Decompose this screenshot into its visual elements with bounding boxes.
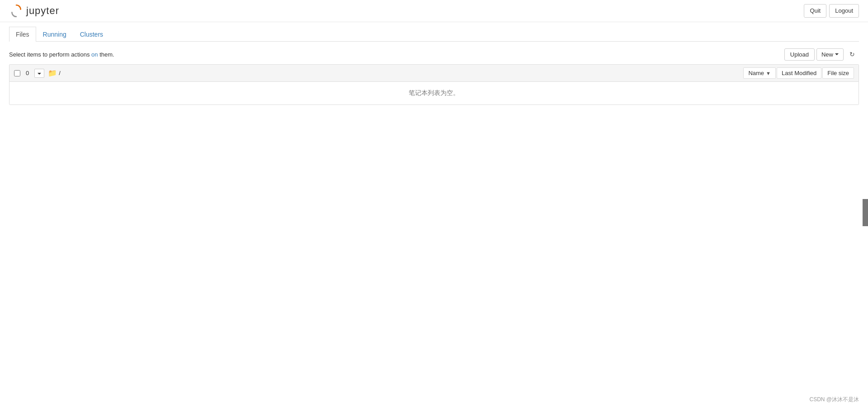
selection-dropdown-button[interactable] <box>34 69 44 78</box>
col-last-modified-button[interactable]: Last Modified <box>777 67 821 79</box>
empty-state: 笔记本列表为空。 <box>9 82 859 104</box>
jupyter-logo-icon <box>9 4 24 18</box>
col-name-button[interactable]: Name ▼ <box>743 67 776 79</box>
new-button[interactable]: New <box>816 48 844 61</box>
tab-files[interactable]: Files <box>9 27 36 42</box>
breadcrumb-path: / <box>59 70 61 76</box>
logo-text: jupyter <box>26 5 59 17</box>
logout-button[interactable]: Logout <box>829 4 859 18</box>
select-all-checkbox[interactable] <box>14 70 20 76</box>
new-button-label: New <box>821 51 833 58</box>
new-button-caret-icon <box>835 53 839 55</box>
tab-running[interactable]: Running <box>36 27 73 42</box>
tabs-container: Files Running Clusters <box>9 27 859 42</box>
toolbar-info: Select items to perform actions on them. <box>9 51 114 58</box>
watermark-text: CSDN @沐沐不是沐 <box>809 396 859 403</box>
scrollbar-thumb[interactable] <box>863 199 868 226</box>
col-file-size-button[interactable]: File size <box>822 67 854 79</box>
toolbar-info-highlight: on <box>91 51 98 58</box>
col-last-modified-label: Last Modified <box>782 70 816 76</box>
selected-count: 0 <box>24 69 31 77</box>
file-list: 0 📁 / Name ▼ Last Modified File s <box>9 64 859 105</box>
refresh-button[interactable]: ↻ <box>845 48 859 61</box>
upload-button[interactable]: Upload <box>784 48 815 61</box>
col-file-size-label: File size <box>827 70 849 76</box>
folder-icon: 📁 <box>48 69 57 77</box>
toolbar-actions: Upload New ↻ <box>784 48 859 61</box>
col-name-label: Name <box>748 70 764 76</box>
selection-dropdown-caret-icon <box>38 73 41 75</box>
tab-clusters[interactable]: Clusters <box>73 27 110 42</box>
header: jupyter Quit Logout <box>0 0 868 22</box>
breadcrumb-folder: 📁 / <box>48 69 61 77</box>
empty-state-message: 笔记本列表为空。 <box>409 89 459 96</box>
file-list-header: 0 📁 / Name ▼ Last Modified File s <box>9 65 859 82</box>
toolbar: Select items to perform actions on them.… <box>9 48 859 61</box>
logo-area: jupyter <box>9 4 59 18</box>
header-buttons: Quit Logout <box>804 4 859 18</box>
footer-watermark: CSDN @沐沐不是沐 <box>809 396 859 403</box>
sort-arrow-icon: ▼ <box>766 71 771 76</box>
refresh-icon: ↻ <box>849 51 855 58</box>
file-list-header-right: Name ▼ Last Modified File size <box>743 67 854 79</box>
file-list-header-left: 0 📁 / <box>14 69 61 78</box>
quit-button[interactable]: Quit <box>804 4 826 18</box>
main-content: Files Running Clusters Select items to p… <box>0 22 868 114</box>
